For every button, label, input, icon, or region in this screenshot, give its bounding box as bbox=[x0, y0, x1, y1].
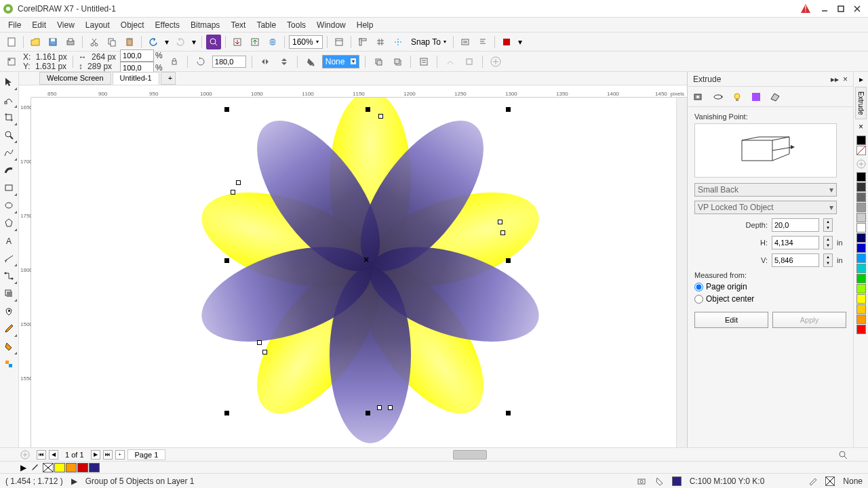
handle-bc[interactable] bbox=[366, 411, 370, 415]
lock-ratio-button[interactable] bbox=[167, 54, 182, 69]
status-outline-swatch[interactable] bbox=[825, 476, 835, 486]
mirror-v-button[interactable] bbox=[277, 54, 292, 69]
rectangle-tool[interactable] bbox=[0, 179, 18, 197]
maximize-button[interactable] bbox=[833, 1, 849, 17]
parallel-dim-tool[interactable] bbox=[0, 249, 18, 267]
extrude-light-icon[interactable] bbox=[731, 91, 743, 103]
page-prev[interactable]: ◀ bbox=[49, 450, 58, 460]
menu-effects[interactable]: Effects bbox=[150, 20, 185, 30]
handle-o3[interactable] bbox=[231, 190, 235, 195]
menu-tools[interactable]: Tools bbox=[281, 20, 311, 30]
extrude-camera-icon[interactable] bbox=[693, 91, 705, 103]
page-new[interactable]: + bbox=[115, 450, 125, 460]
flower-artwork[interactable] bbox=[221, 118, 519, 416]
new-button[interactable] bbox=[4, 35, 19, 49]
swatch-4[interactable] bbox=[856, 203, 866, 212]
handle-ml[interactable] bbox=[224, 258, 229, 263]
handle-o1[interactable] bbox=[378, 114, 383, 119]
doc-swatch-none[interactable] bbox=[43, 463, 54, 472]
swatch-15[interactable] bbox=[856, 314, 866, 324]
mirror-h-button[interactable] bbox=[258, 54, 273, 69]
radio-page-origin[interactable]: Page origin bbox=[694, 282, 846, 291]
export-button[interactable] bbox=[248, 35, 262, 49]
shape-tool[interactable] bbox=[0, 91, 18, 108]
tab-welcome[interactable]: Welcome Screen bbox=[39, 72, 111, 85]
extrude-rotation-icon[interactable] bbox=[712, 91, 724, 103]
options-button[interactable] bbox=[458, 35, 473, 49]
launch-dropdown[interactable]: ▾ bbox=[517, 35, 524, 49]
to-back-button[interactable] bbox=[390, 54, 405, 69]
canvas[interactable]: × bbox=[31, 98, 687, 447]
palette-eyedropper-icon[interactable] bbox=[31, 464, 39, 472]
fill-dropdown[interactable]: None▾ bbox=[322, 55, 359, 68]
menu-help[interactable]: Help bbox=[351, 20, 379, 30]
launch-button[interactable] bbox=[499, 35, 514, 49]
artistic-media-tool[interactable] bbox=[0, 161, 18, 179]
depth-input[interactable] bbox=[772, 218, 819, 232]
docker-close-icon[interactable]: × bbox=[843, 75, 848, 84]
swatch-6[interactable] bbox=[856, 223, 866, 232]
swatch-none[interactable] bbox=[856, 146, 866, 155]
preset-dropdown[interactable]: Small Back▾ bbox=[694, 183, 837, 197]
horizontal-ruler[interactable]: 850 900 950 1000 1050 1100 1150 1200 125… bbox=[31, 85, 687, 98]
swatch-9[interactable] bbox=[856, 253, 866, 263]
page-next[interactable]: ▶ bbox=[91, 450, 100, 460]
swatch-5[interactable] bbox=[856, 213, 866, 222]
to-front-button[interactable] bbox=[371, 54, 386, 69]
scrollbar-horizontal[interactable] bbox=[453, 450, 487, 460]
text-tool[interactable]: A bbox=[0, 232, 18, 249]
cut-button[interactable] bbox=[87, 35, 102, 49]
handle-tl[interactable] bbox=[224, 107, 229, 112]
swatch-13[interactable] bbox=[856, 294, 866, 304]
swatch-1[interactable] bbox=[856, 172, 866, 182]
menu-edit[interactable]: Edit bbox=[26, 20, 52, 30]
page-last[interactable]: ⏭ bbox=[103, 450, 113, 460]
h-input[interactable] bbox=[772, 236, 819, 249]
alert-icon[interactable]: ! bbox=[800, 3, 811, 14]
lock-dropdown[interactable]: VP Locked To Object▾ bbox=[694, 201, 837, 214]
outline-button[interactable] bbox=[462, 54, 477, 69]
page-add-icon[interactable] bbox=[20, 450, 30, 460]
depth-stepper[interactable]: ▲▼ bbox=[823, 218, 833, 232]
add-swatch-icon[interactable] bbox=[856, 159, 867, 169]
selection-center[interactable]: × bbox=[363, 254, 369, 265]
doc-swatch-yellow[interactable] bbox=[54, 463, 65, 472]
close-palette-icon[interactable]: × bbox=[859, 122, 863, 131]
paste-button[interactable] bbox=[122, 35, 137, 49]
eyedropper-tool[interactable] bbox=[0, 320, 18, 338]
menu-window[interactable]: Window bbox=[311, 20, 351, 30]
handle-o4[interactable] bbox=[498, 220, 502, 224]
close-button[interactable] bbox=[849, 1, 865, 17]
swatch-14[interactable] bbox=[856, 304, 866, 314]
drop-shadow-tool[interactable] bbox=[0, 285, 18, 302]
handle-o8[interactable] bbox=[377, 405, 382, 410]
v-input[interactable] bbox=[772, 253, 819, 267]
save-button[interactable] bbox=[45, 35, 60, 49]
status-fill-swatch[interactable] bbox=[672, 476, 682, 486]
page-first[interactable]: ⏮ bbox=[37, 450, 46, 460]
extrude-bevel-icon[interactable] bbox=[769, 91, 781, 103]
undo-button[interactable] bbox=[146, 35, 161, 49]
status-camera-icon[interactable] bbox=[637, 476, 646, 486]
swatch-2[interactable] bbox=[856, 182, 866, 192]
crop-tool[interactable] bbox=[0, 108, 18, 126]
zoom-dropdown[interactable]: 160%▾ bbox=[289, 35, 323, 49]
swatch-7[interactable] bbox=[856, 233, 866, 243]
status-fill-icon[interactable] bbox=[654, 476, 664, 486]
expand-icon[interactable]: ▸ bbox=[859, 75, 863, 84]
swatch-10[interactable] bbox=[856, 264, 866, 273]
handle-tr[interactable] bbox=[506, 107, 511, 112]
snap-dropdown[interactable]: Snap To▾ bbox=[408, 35, 449, 49]
handle-o5[interactable] bbox=[500, 230, 505, 235]
menu-table[interactable]: Table bbox=[251, 20, 281, 30]
transparency-tool[interactable] bbox=[0, 302, 18, 320]
import-button[interactable] bbox=[230, 35, 245, 49]
handle-o6[interactable] bbox=[257, 340, 262, 345]
handle-bl[interactable] bbox=[224, 411, 229, 415]
scale-x-input[interactable] bbox=[120, 49, 154, 62]
redo-button[interactable] bbox=[173, 35, 188, 49]
swatch-12[interactable] bbox=[856, 284, 866, 293]
undo-dropdown[interactable]: ▾ bbox=[163, 35, 170, 49]
zoom-tool[interactable] bbox=[0, 126, 18, 144]
pick-tool[interactable] bbox=[0, 73, 18, 91]
